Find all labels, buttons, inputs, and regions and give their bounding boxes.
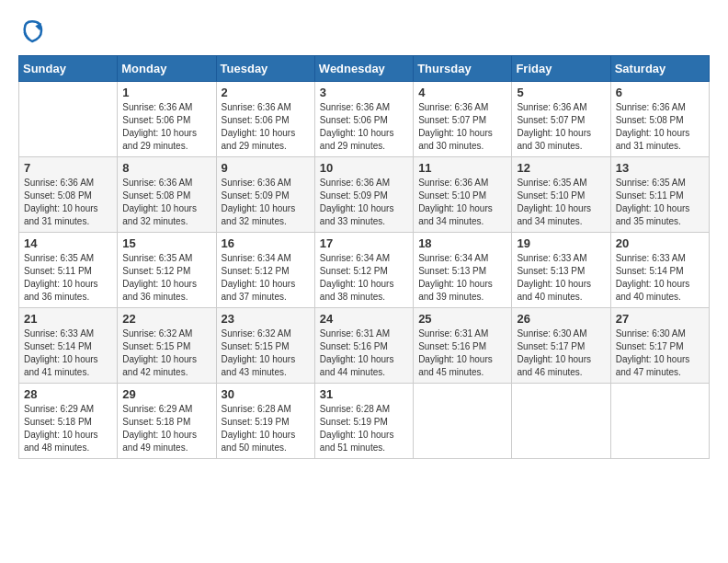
weekday-header-monday: Monday xyxy=(118,56,216,82)
day-number: 26 xyxy=(517,312,605,326)
week-row-1: 1Sunrise: 6:36 AMSunset: 5:06 PMDaylight… xyxy=(19,82,710,157)
weekday-header-sunday: Sunday xyxy=(19,56,118,82)
day-info: Sunrise: 6:36 AMSunset: 5:08 PMDaylight:… xyxy=(616,101,704,153)
weekday-header-tuesday: Tuesday xyxy=(216,56,314,82)
day-info: Sunrise: 6:29 AMSunset: 5:18 PMDaylight:… xyxy=(24,403,112,454)
calendar-cell: 14Sunrise: 6:35 AMSunset: 5:11 PMDayligh… xyxy=(19,233,118,308)
day-info: Sunrise: 6:34 AMSunset: 5:12 PMDaylight:… xyxy=(222,252,310,304)
calendar-cell: 1Sunrise: 6:36 AMSunset: 5:06 PMDaylight… xyxy=(118,82,216,157)
calendar-cell: 3Sunrise: 6:36 AMSunset: 5:06 PMDaylight… xyxy=(314,82,413,157)
day-info: Sunrise: 6:36 AMSunset: 5:10 PMDaylight:… xyxy=(418,177,506,228)
day-number: 15 xyxy=(122,236,210,250)
calendar-cell: 6Sunrise: 6:36 AMSunset: 5:08 PMDaylight… xyxy=(610,82,709,157)
calendar-cell: 16Sunrise: 6:34 AMSunset: 5:12 PMDayligh… xyxy=(216,233,314,308)
week-row-4: 21Sunrise: 6:33 AMSunset: 5:14 PMDayligh… xyxy=(19,308,710,384)
calendar-cell: 11Sunrise: 6:36 AMSunset: 5:10 PMDayligh… xyxy=(414,157,512,233)
day-info: Sunrise: 6:36 AMSunset: 5:06 PMDaylight:… xyxy=(222,101,310,153)
calendar-cell: 5Sunrise: 6:36 AMSunset: 5:07 PMDaylight… xyxy=(512,82,610,157)
day-number: 31 xyxy=(320,387,408,401)
calendar-cell: 7Sunrise: 6:36 AMSunset: 5:08 PMDaylight… xyxy=(19,157,118,233)
day-number: 10 xyxy=(320,161,408,175)
calendar-cell: 29Sunrise: 6:29 AMSunset: 5:18 PMDayligh… xyxy=(118,384,216,459)
day-info: Sunrise: 6:30 AMSunset: 5:17 PMDaylight:… xyxy=(616,327,704,379)
day-number: 28 xyxy=(24,387,112,401)
day-info: Sunrise: 6:36 AMSunset: 5:08 PMDaylight:… xyxy=(122,177,210,228)
day-info: Sunrise: 6:36 AMSunset: 5:08 PMDaylight:… xyxy=(24,177,112,228)
weekday-header-wednesday: Wednesday xyxy=(314,56,413,82)
week-row-3: 14Sunrise: 6:35 AMSunset: 5:11 PMDayligh… xyxy=(19,233,710,308)
day-info: Sunrise: 6:31 AMSunset: 5:16 PMDaylight:… xyxy=(320,327,408,379)
calendar-cell: 17Sunrise: 6:34 AMSunset: 5:12 PMDayligh… xyxy=(314,233,413,308)
calendar-cell xyxy=(414,384,512,459)
calendar-cell xyxy=(19,82,118,157)
day-number: 3 xyxy=(320,86,408,99)
day-number: 5 xyxy=(517,86,605,99)
calendar-cell: 12Sunrise: 6:35 AMSunset: 5:10 PMDayligh… xyxy=(512,157,610,233)
day-number: 13 xyxy=(616,161,704,175)
day-info: Sunrise: 6:35 AMSunset: 5:10 PMDaylight:… xyxy=(517,177,605,228)
day-info: Sunrise: 6:30 AMSunset: 5:17 PMDaylight:… xyxy=(517,327,605,379)
calendar-cell: 24Sunrise: 6:31 AMSunset: 5:16 PMDayligh… xyxy=(314,308,413,384)
calendar-cell: 25Sunrise: 6:31 AMSunset: 5:16 PMDayligh… xyxy=(414,308,512,384)
day-number: 6 xyxy=(616,86,704,99)
day-number: 21 xyxy=(24,312,112,326)
day-number: 2 xyxy=(222,86,310,99)
day-info: Sunrise: 6:33 AMSunset: 5:13 PMDaylight:… xyxy=(517,252,605,304)
calendar-cell: 9Sunrise: 6:36 AMSunset: 5:09 PMDaylight… xyxy=(216,157,314,233)
day-number: 11 xyxy=(418,161,506,175)
calendar-cell: 18Sunrise: 6:34 AMSunset: 5:13 PMDayligh… xyxy=(414,233,512,308)
day-info: Sunrise: 6:32 AMSunset: 5:15 PMDaylight:… xyxy=(122,327,210,379)
day-info: Sunrise: 6:28 AMSunset: 5:19 PMDaylight:… xyxy=(320,403,408,454)
day-info: Sunrise: 6:33 AMSunset: 5:14 PMDaylight:… xyxy=(24,327,112,379)
page-header xyxy=(18,18,710,46)
day-info: Sunrise: 6:35 AMSunset: 5:11 PMDaylight:… xyxy=(616,177,704,228)
day-number: 18 xyxy=(418,236,506,250)
calendar-cell: 21Sunrise: 6:33 AMSunset: 5:14 PMDayligh… xyxy=(19,308,118,384)
day-number: 16 xyxy=(222,236,310,250)
calendar-cell: 31Sunrise: 6:28 AMSunset: 5:19 PMDayligh… xyxy=(314,384,413,459)
day-number: 17 xyxy=(320,236,408,250)
week-row-2: 7Sunrise: 6:36 AMSunset: 5:08 PMDaylight… xyxy=(19,157,710,233)
day-number: 12 xyxy=(517,161,605,175)
calendar-cell xyxy=(610,384,709,459)
calendar-cell: 19Sunrise: 6:33 AMSunset: 5:13 PMDayligh… xyxy=(512,233,610,308)
day-number: 4 xyxy=(418,86,506,99)
calendar-cell: 15Sunrise: 6:35 AMSunset: 5:12 PMDayligh… xyxy=(118,233,216,308)
calendar-cell: 28Sunrise: 6:29 AMSunset: 5:18 PMDayligh… xyxy=(19,384,118,459)
calendar-cell: 10Sunrise: 6:36 AMSunset: 5:09 PMDayligh… xyxy=(314,157,413,233)
day-info: Sunrise: 6:35 AMSunset: 5:11 PMDaylight:… xyxy=(24,252,112,304)
calendar-cell: 22Sunrise: 6:32 AMSunset: 5:15 PMDayligh… xyxy=(118,308,216,384)
logo xyxy=(18,18,50,46)
calendar-cell: 8Sunrise: 6:36 AMSunset: 5:08 PMDaylight… xyxy=(118,157,216,233)
day-info: Sunrise: 6:31 AMSunset: 5:16 PMDaylight:… xyxy=(418,327,506,379)
day-info: Sunrise: 6:36 AMSunset: 5:06 PMDaylight:… xyxy=(122,101,210,153)
day-info: Sunrise: 6:36 AMSunset: 5:07 PMDaylight:… xyxy=(418,101,506,153)
calendar-cell: 20Sunrise: 6:33 AMSunset: 5:14 PMDayligh… xyxy=(610,233,709,308)
calendar-cell xyxy=(512,384,610,459)
day-info: Sunrise: 6:33 AMSunset: 5:14 PMDaylight:… xyxy=(616,252,704,304)
day-number: 19 xyxy=(517,236,605,250)
day-number: 27 xyxy=(616,312,704,326)
day-info: Sunrise: 6:34 AMSunset: 5:13 PMDaylight:… xyxy=(418,252,506,304)
day-info: Sunrise: 6:36 AMSunset: 5:07 PMDaylight:… xyxy=(517,101,605,153)
logo-icon xyxy=(18,18,46,46)
day-info: Sunrise: 6:36 AMSunset: 5:06 PMDaylight:… xyxy=(320,101,408,153)
day-info: Sunrise: 6:36 AMSunset: 5:09 PMDaylight:… xyxy=(222,177,310,228)
day-number: 30 xyxy=(222,387,310,401)
weekday-header-row: SundayMondayTuesdayWednesdayThursdayFrid… xyxy=(19,56,710,82)
calendar-cell: 13Sunrise: 6:35 AMSunset: 5:11 PMDayligh… xyxy=(610,157,709,233)
day-number: 14 xyxy=(24,236,112,250)
day-info: Sunrise: 6:34 AMSunset: 5:12 PMDaylight:… xyxy=(320,252,408,304)
weekday-header-thursday: Thursday xyxy=(414,56,512,82)
day-number: 8 xyxy=(122,161,210,175)
weekday-header-friday: Friday xyxy=(512,56,610,82)
day-number: 24 xyxy=(320,312,408,326)
day-number: 23 xyxy=(222,312,310,326)
day-number: 20 xyxy=(616,236,704,250)
calendar-cell: 27Sunrise: 6:30 AMSunset: 5:17 PMDayligh… xyxy=(610,308,709,384)
day-info: Sunrise: 6:28 AMSunset: 5:19 PMDaylight:… xyxy=(222,403,310,454)
calendar-table: SundayMondayTuesdayWednesdayThursdayFrid… xyxy=(18,55,710,459)
day-number: 29 xyxy=(122,387,210,401)
day-info: Sunrise: 6:36 AMSunset: 5:09 PMDaylight:… xyxy=(320,177,408,228)
calendar-cell: 30Sunrise: 6:28 AMSunset: 5:19 PMDayligh… xyxy=(216,384,314,459)
